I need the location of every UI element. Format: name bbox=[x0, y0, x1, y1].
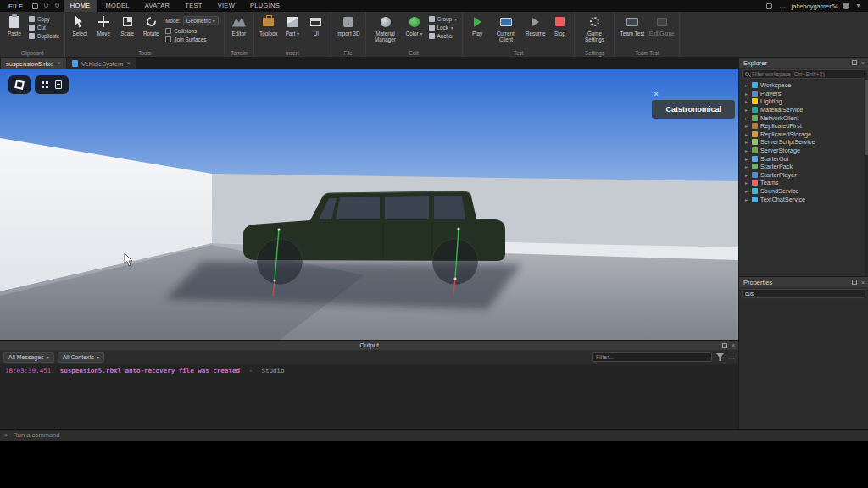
username-label[interactable]: jakeboygamer64 bbox=[792, 3, 838, 10]
anchor-button[interactable]: Anchor bbox=[429, 33, 458, 39]
duplicate-button[interactable]: Duplicate bbox=[29, 33, 59, 39]
close-icon[interactable]: × bbox=[126, 60, 131, 67]
paste-button[interactable]: Paste bbox=[5, 14, 24, 36]
float-panel-icon[interactable] bbox=[722, 343, 727, 348]
output-log[interactable]: 18:03:39.451 suspension5.rbxl auto-recov… bbox=[0, 364, 738, 429]
overflow-icon[interactable]: … bbox=[778, 0, 787, 12]
menu-tab-view[interactable]: VIEW bbox=[211, 0, 242, 12]
stop-button[interactable]: Stop bbox=[550, 14, 569, 36]
overflow-menu-icon[interactable]: … bbox=[728, 353, 735, 361]
account-chevron-icon[interactable]: ▾ bbox=[854, 0, 863, 12]
explorer-item-networkclient[interactable]: ▸NetworkClient bbox=[739, 114, 868, 122]
scrollbar-thumb[interactable] bbox=[865, 80, 868, 155]
file-menu[interactable]: FILE bbox=[3, 3, 29, 10]
properties-filter-input[interactable] bbox=[745, 291, 862, 297]
expander-icon[interactable]: ▸ bbox=[745, 197, 749, 202]
import-3d-button[interactable]: ↓ Import 3D bbox=[337, 14, 360, 36]
avatar[interactable] bbox=[843, 3, 849, 9]
contexts-filter-dropdown[interactable]: All Contexts ▾ bbox=[58, 352, 104, 363]
close-icon[interactable]: × bbox=[732, 341, 735, 350]
explorer-filter-input[interactable] bbox=[752, 71, 862, 77]
close-icon[interactable]: × bbox=[654, 90, 658, 98]
expander-icon[interactable]: ▸ bbox=[745, 131, 749, 137]
scale-tool-button[interactable]: Scale bbox=[118, 14, 136, 36]
explorer-item-startergui[interactable]: ▸StarterGui bbox=[739, 154, 868, 163]
undo-icon[interactable]: ↺ bbox=[42, 0, 51, 12]
expander-icon[interactable]: ▸ bbox=[745, 91, 749, 97]
float-panel-icon[interactable] bbox=[852, 60, 857, 65]
close-icon[interactable]: × bbox=[57, 60, 61, 67]
explorer-item-serverstorage[interactable]: ▸ServerStorage bbox=[739, 147, 868, 155]
expander-icon[interactable]: ▸ bbox=[745, 164, 749, 169]
close-icon[interactable]: × bbox=[861, 60, 865, 66]
roblox-menu-button[interactable] bbox=[8, 75, 31, 94]
command-bar-input[interactable] bbox=[11, 430, 864, 440]
expander-icon[interactable]: ▸ bbox=[745, 139, 749, 145]
float-panel-icon[interactable] bbox=[852, 280, 857, 285]
menu-tab-test[interactable]: TEST bbox=[178, 0, 209, 12]
color-button[interactable]: Color ▾ bbox=[405, 14, 424, 37]
doc-tab-script[interactable]: VehicleSystem × bbox=[67, 58, 136, 69]
explorer-item-players[interactable]: ▸Players bbox=[739, 90, 868, 98]
save-icon[interactable] bbox=[32, 3, 38, 9]
expander-icon[interactable]: ▸ bbox=[745, 147, 749, 153]
menu-tab-plugins[interactable]: PLUGINS bbox=[243, 0, 287, 12]
menu-tab-model[interactable]: MODEL bbox=[99, 0, 136, 12]
output-filter-input[interactable] bbox=[592, 352, 712, 362]
explorer-item-soundservice[interactable]: ▸SoundService bbox=[739, 187, 868, 196]
funnel-filter-icon[interactable] bbox=[716, 353, 724, 361]
viewport-3d[interactable]: × Catstronomical bbox=[0, 69, 738, 340]
explorer-header[interactable]: Explorer × bbox=[739, 58, 868, 68]
explorer-item-starterplayer[interactable]: ▸StarterPlayer bbox=[739, 171, 868, 180]
explorer-item-replicatedstorage[interactable]: ▸ReplicatedStorage bbox=[739, 130, 868, 139]
layout-icon[interactable] bbox=[766, 3, 772, 9]
ui-button[interactable]: UI bbox=[307, 14, 326, 36]
join-surfaces-checkbox[interactable]: Join Surfaces bbox=[165, 36, 219, 42]
output-panel-header[interactable]: Output × bbox=[0, 341, 738, 350]
select-tool-button[interactable]: Select bbox=[70, 14, 89, 36]
game-settings-button[interactable]: Game Settings bbox=[580, 14, 609, 42]
part-button[interactable]: Part ▾ bbox=[283, 14, 302, 37]
chat-doc-icon[interactable] bbox=[55, 80, 62, 89]
rotate-tool-button[interactable]: Rotate bbox=[142, 14, 160, 36]
explorer-item-textchatservice[interactable]: ▸TextChatService bbox=[739, 195, 868, 203]
resume-button[interactable]: Resume bbox=[526, 14, 545, 36]
explorer-item-lighting[interactable]: ▸Lighting bbox=[739, 97, 868, 106]
material-manager-button[interactable]: Material Manager bbox=[371, 14, 400, 42]
expander-icon[interactable]: ▸ bbox=[745, 172, 749, 178]
expander-icon[interactable]: ▸ bbox=[745, 180, 749, 186]
redo-icon[interactable]: ↻ bbox=[53, 0, 62, 12]
explorer-scrollbar[interactable] bbox=[865, 80, 868, 276]
play-button[interactable]: Play bbox=[468, 14, 487, 36]
menu-tab-avatar[interactable]: AVATAR bbox=[138, 0, 177, 12]
lock-button[interactable]: Lock▾ bbox=[429, 25, 458, 30]
toolbox-button[interactable]: Toolbox bbox=[259, 14, 278, 36]
explorer-item-replicatedfirst[interactable]: ▸ReplicatedFirst bbox=[739, 122, 868, 130]
explorer-item-materialservice[interactable]: ▸MaterialService bbox=[739, 106, 868, 114]
explorer-item-workspace[interactable]: ▸Workspace bbox=[739, 81, 868, 90]
expander-icon[interactable]: ▸ bbox=[745, 82, 749, 88]
expander-icon[interactable]: ▸ bbox=[745, 98, 749, 104]
explorer-item-starterpack[interactable]: ▸StarterPack bbox=[739, 163, 868, 171]
messages-filter-dropdown[interactable]: All Messages ▾ bbox=[3, 352, 54, 363]
expander-icon[interactable]: ▸ bbox=[745, 188, 749, 194]
expander-icon[interactable]: ▸ bbox=[745, 123, 749, 129]
group-button[interactable]: Group▾ bbox=[429, 16, 458, 22]
copy-button[interactable]: Copy bbox=[29, 16, 59, 22]
close-icon[interactable]: × bbox=[861, 280, 865, 286]
menu-tab-home[interactable]: HOME bbox=[64, 0, 97, 12]
properties-header[interactable]: Properties × bbox=[739, 277, 868, 287]
expander-icon[interactable]: ▸ bbox=[745, 115, 749, 121]
team-test-button[interactable]: Team Test bbox=[620, 14, 644, 36]
explorer-item-teams[interactable]: ▸Teams bbox=[739, 179, 868, 187]
explorer-item-serverscriptservice[interactable]: ▸ServerScriptService bbox=[739, 138, 868, 147]
cut-button[interactable]: Cut bbox=[29, 25, 59, 30]
move-tool-button[interactable]: Move bbox=[94, 14, 113, 36]
doc-tab-place[interactable]: suspension5.rbxl × bbox=[1, 58, 66, 69]
terrain-editor-button[interactable]: Editor bbox=[230, 14, 248, 36]
apps-grid-icon[interactable] bbox=[42, 81, 44, 84]
current-client-dropdown[interactable]: Current: Client bbox=[492, 14, 520, 42]
collisions-checkbox[interactable]: Collisions bbox=[165, 28, 219, 34]
mode-dropdown[interactable]: Mode: Geometric▾ bbox=[165, 16, 219, 25]
exit-game-button[interactable]: Exit Game bbox=[649, 14, 674, 36]
